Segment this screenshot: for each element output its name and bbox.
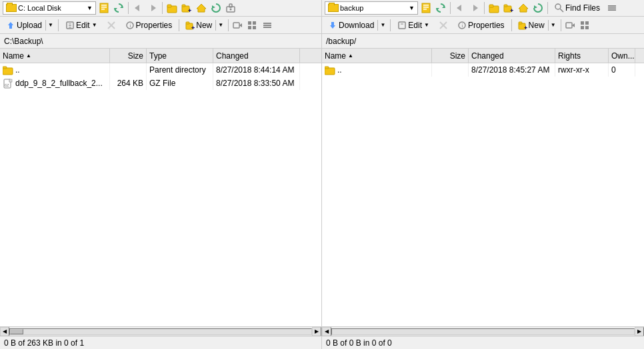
right-sync-btn[interactable]	[434, 1, 447, 15]
edit-arrow: ▼	[92, 22, 97, 28]
svg-marker-31	[519, 4, 528, 12]
right-scroll-left[interactable]: ◀	[322, 327, 331, 336]
svg-rect-79	[9, 79, 12, 82]
left-back-btn[interactable]	[131, 1, 145, 15]
upload-label: Upload	[17, 21, 42, 30]
left-bookmarks-btn[interactable]	[97, 1, 111, 15]
left-status: 0 B of 263 KB in 0 of 1	[0, 336, 322, 349]
download-btn[interactable]: Download	[325, 18, 377, 33]
svg-rect-17	[229, 4, 232, 7]
right-col-owner-header[interactable]: Own...	[609, 49, 635, 63]
left-col-headers: Name ▲ Size Type Changed	[0, 49, 321, 63]
left-drive-selector[interactable]: C: Local Disk ▼	[3, 1, 96, 15]
right-folder-icon-0	[325, 65, 335, 75]
table-row[interactable]: .. 8/27/2018 8:45:27 AM rwxr-xr-x 0	[322, 63, 644, 77]
svg-rect-21	[423, 9, 427, 10]
new-dropdown-icon: ▼	[218, 22, 223, 28]
left-props-btn[interactable]: i Properties	[121, 18, 177, 33]
left-delete-btn[interactable]	[103, 18, 120, 33]
svg-rect-82	[325, 67, 329, 69]
left-file-list[interactable]: .. Parent directory 8/27/2018 8:44:14 AM	[0, 63, 321, 326]
upload-dropdown[interactable]: ▼	[46, 18, 55, 33]
svg-line-34	[560, 9, 563, 12]
svg-rect-55	[253, 26, 256, 29]
r-action-sep1	[390, 19, 391, 31]
upload-btn[interactable]: Upload	[3, 18, 45, 33]
right-props-btn[interactable]: i Properties	[453, 18, 509, 33]
gz-file-svg: GZ	[3, 79, 13, 89]
left-edit-icon	[65, 21, 75, 30]
download-dropdown[interactable]: ▼	[378, 18, 387, 33]
right-sep1	[450, 2, 451, 14]
right-back-icon	[455, 3, 465, 13]
left-view-btn[interactable]	[246, 19, 259, 32]
right-col-rights-header[interactable]: Rights	[555, 49, 609, 63]
svg-marker-14	[212, 5, 215, 9]
right-back-btn[interactable]	[453, 1, 467, 15]
left-scroll-left[interactable]: ◀	[0, 327, 9, 336]
main-content: Name ▲ Size Type Changed	[0, 49, 644, 326]
sep2	[162, 2, 163, 14]
left-props-label: Properties	[136, 21, 173, 30]
left-scroll-thumb[interactable]	[10, 329, 23, 334]
table-row[interactable]: GZ ddp_9_8_2_fullback_2... 264 KB GZ Fil…	[0, 77, 321, 90]
right-edit-label: Edit	[408, 21, 422, 30]
svg-rect-60	[399, 22, 405, 29]
right-col-changed-header[interactable]: Changed	[469, 49, 555, 63]
left-forward-btn[interactable]	[146, 1, 159, 15]
right-col-name-header[interactable]: Name ▲	[322, 49, 432, 63]
right-edit-btn[interactable]: Edit ▼	[393, 18, 433, 33]
left-col-name-header[interactable]: Name ▲	[0, 49, 110, 63]
left-size-header-label: Size	[128, 51, 143, 61]
right-col-size-header[interactable]: Size	[432, 49, 469, 63]
r-new-dropdown-icon: ▼	[551, 22, 556, 28]
left-sync-btn[interactable]	[112, 1, 125, 15]
find-files-btn[interactable]: Find Files	[551, 1, 604, 15]
right-extra-btn[interactable]	[605, 1, 619, 15]
right-scroll-track[interactable]	[331, 328, 635, 335]
right-file-name-0: ..	[337, 65, 342, 75]
left-new-btn[interactable]: + New	[182, 18, 215, 33]
right-scroll-right[interactable]: ▶	[635, 327, 644, 336]
svg-rect-29	[504, 5, 507, 7]
left-col-type-header[interactable]: Type	[147, 49, 213, 63]
left-scroll-track[interactable]	[9, 328, 312, 335]
left-home-btn[interactable]	[195, 1, 208, 15]
home-icon	[196, 3, 207, 13]
right-newfolder-btn[interactable]: +	[502, 1, 515, 15]
right-drive-selector[interactable]: backup ▼	[325, 1, 418, 15]
download-dropdown-icon: ▼	[380, 22, 385, 28]
right-file-size-0	[432, 63, 469, 77]
left-connect-btn[interactable]	[224, 1, 237, 15]
right-bookmarks-btn[interactable]	[419, 1, 433, 15]
right-folder-btn[interactable]	[487, 1, 501, 15]
right-owner-text-0: 0	[611, 65, 616, 75]
right-view-btn[interactable]	[579, 19, 592, 32]
toolbar-row: C: Local Disk ▼ +	[0, 0, 644, 17]
left-path: C:\Backup\	[0, 34, 322, 48]
transfer-icon	[233, 20, 243, 31]
right-delete-btn[interactable]	[435, 18, 452, 33]
right-transfer-btn[interactable]	[564, 19, 577, 32]
right-forward-btn[interactable]	[468, 1, 481, 15]
left-col-changed-header[interactable]: Changed	[213, 49, 300, 63]
right-new-btn[interactable]: + New	[515, 18, 548, 33]
left-refresh-btn[interactable]	[209, 1, 223, 15]
left-file-name-0: ..	[15, 65, 20, 75]
left-transfer-btn[interactable]	[231, 19, 245, 32]
left-extra-btn[interactable]	[261, 19, 274, 32]
left-new-dropdown[interactable]: ▼	[216, 18, 225, 33]
left-col-size-header[interactable]: Size	[110, 49, 147, 63]
table-row[interactable]: .. Parent directory 8/27/2018 8:44:14 AM	[0, 63, 321, 77]
sync-icon	[113, 3, 124, 13]
left-folder-btn[interactable]	[165, 1, 179, 15]
svg-marker-25	[473, 5, 478, 11]
left-edit-btn[interactable]: Edit ▼	[61, 18, 101, 33]
left-scroll-right[interactable]: ▶	[312, 327, 321, 336]
right-new-dropdown[interactable]: ▼	[549, 18, 558, 33]
left-name-header-label: Name	[3, 51, 24, 61]
right-refresh-btn[interactable]	[531, 1, 545, 15]
left-newfolder-btn[interactable]: +	[180, 1, 193, 15]
right-file-list[interactable]: .. 8/27/2018 8:45:27 AM rwxr-xr-x 0	[322, 63, 644, 326]
right-home-btn[interactable]	[517, 1, 530, 15]
